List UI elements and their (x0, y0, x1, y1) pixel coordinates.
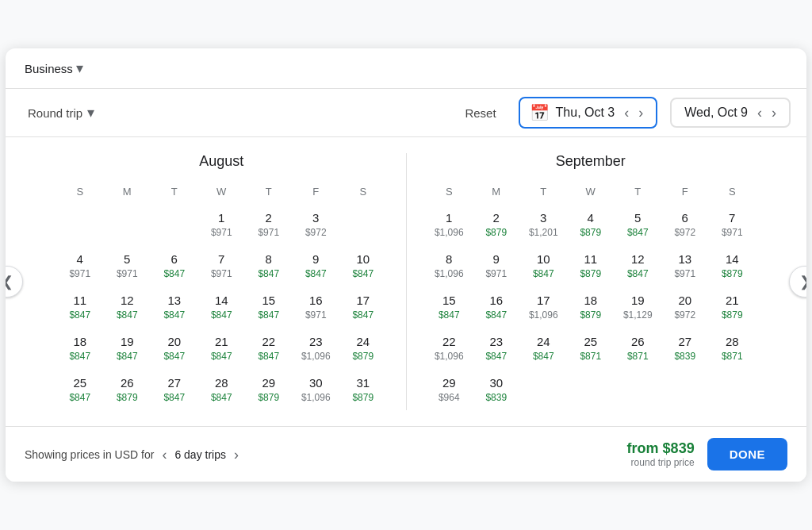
reset-label: Reset (465, 106, 496, 120)
sep-day-23[interactable]: 23$847 (473, 328, 520, 369)
calendar-prev-button[interactable]: ❮ (6, 266, 23, 298)
august-title: August (56, 153, 387, 170)
footer: Showing prices in USD for ‹ 6 day trips … (6, 426, 806, 482)
calendar-prev-icon: ❮ (6, 273, 13, 290)
aug-day-23[interactable]: 23$1,096 (293, 328, 340, 369)
aug-day-30[interactable]: 30$1,096 (293, 369, 340, 410)
trip-length-next-button[interactable]: › (231, 446, 242, 463)
august-calendar: August S M T W T F S 1$971 2$971 3$972 4… (37, 153, 406, 410)
sep-day-17[interactable]: 17$1,096 (520, 286, 568, 328)
sep-day-4[interactable]: 4$879 (567, 204, 615, 245)
aug-empty (56, 204, 104, 245)
aug-day-17[interactable]: 17$847 (339, 286, 387, 328)
sep-day-header-t1: T (520, 182, 568, 204)
sep-day-21[interactable]: 21$879 (709, 286, 756, 328)
sep-day-22[interactable]: 22$1,096 (426, 328, 473, 369)
aug-day-15[interactable]: 15$847 (245, 286, 293, 328)
aug-empty (104, 204, 151, 245)
trip-length-button[interactable]: 6 day trips (174, 448, 226, 461)
sep-day-30[interactable]: 30$839 (473, 369, 520, 410)
aug-day-9[interactable]: 9$847 (293, 245, 340, 286)
sep-day-29[interactable]: 29$964 (426, 369, 473, 410)
sep-day-15[interactable]: 15$847 (426, 286, 473, 328)
sep-day-7[interactable]: 7$971 (709, 204, 756, 245)
sep-day-9[interactable]: 9$971 (473, 245, 520, 286)
aug-day-2[interactable]: 2$971 (245, 204, 293, 245)
sep-day-16[interactable]: 16$847 (473, 286, 520, 328)
date-to-selector[interactable]: Wed, Oct 9 ‹ › (670, 98, 791, 128)
sep-day-28[interactable]: 28$871 (709, 328, 756, 369)
showing-prices-label: Showing prices in USD for (25, 448, 154, 461)
business-class-button[interactable]: Business ▾ (18, 55, 90, 82)
sep-day-11[interactable]: 11$879 (567, 245, 615, 286)
sep-day-3[interactable]: 3$1,201 (520, 204, 568, 245)
round-trip-label: Round trip (28, 106, 82, 120)
done-label: DONE (730, 447, 765, 461)
calendar-next-button[interactable]: ❯ (789, 266, 806, 298)
round-trip-button[interactable]: Round trip ▾ (21, 99, 101, 126)
day-header-m1: M (104, 182, 151, 204)
date-from-selector[interactable]: 📅 Thu, Oct 3 ‹ › (519, 97, 658, 129)
aug-day-27[interactable]: 27$847 (151, 369, 198, 410)
aug-day-13[interactable]: 13$847 (151, 286, 198, 328)
reset-button[interactable]: Reset (455, 102, 505, 125)
sep-day-14[interactable]: 14$879 (709, 245, 756, 286)
aug-day-3[interactable]: 3$972 (293, 204, 340, 245)
aug-day-5[interactable]: 5$971 (104, 245, 151, 286)
sep-day-header-m1: M (473, 182, 520, 204)
sep-empty (709, 369, 756, 410)
aug-day-31[interactable]: 31$879 (339, 369, 387, 410)
aug-day-26[interactable]: 26$879 (104, 369, 151, 410)
sep-day-2[interactable]: 2$879 (473, 204, 520, 245)
aug-day-12[interactable]: 12$847 (104, 286, 151, 328)
aug-day-6[interactable]: 6$847 (151, 245, 198, 286)
aug-day-1[interactable]: 1$971 (198, 204, 246, 245)
sep-day-26[interactable]: 26$871 (615, 328, 662, 369)
round-trip-price-label: round trip price (627, 457, 695, 468)
day-header-t1: T (151, 182, 198, 204)
date-to-prev-button[interactable]: ‹ (754, 104, 765, 121)
aug-day-8[interactable]: 8$847 (245, 245, 293, 286)
day-header-w1: W (198, 182, 246, 204)
aug-day-14[interactable]: 14$847 (198, 286, 246, 328)
trip-length-prev-button[interactable]: ‹ (159, 446, 170, 463)
aug-day-7[interactable]: 7$971 (198, 245, 246, 286)
sep-day-8[interactable]: 8$1,096 (426, 245, 473, 286)
day-header-t2: T (245, 182, 293, 204)
aug-day-16[interactable]: 16$971 (293, 286, 340, 328)
sep-day-5[interactable]: 5$847 (615, 204, 662, 245)
calendar-icon: 📅 (530, 103, 550, 122)
sep-day-20[interactable]: 20$972 (661, 286, 709, 328)
aug-day-21[interactable]: 21$847 (198, 328, 246, 369)
sep-day-18[interactable]: 18$879 (567, 286, 615, 328)
sep-day-12[interactable]: 12$847 (615, 245, 662, 286)
done-button[interactable]: DONE (707, 438, 787, 470)
sep-day-27[interactable]: 27$839 (661, 328, 709, 369)
day-header-f1: F (293, 182, 340, 204)
date-to-label: Wed, Oct 9 (684, 106, 748, 120)
sep-day-1[interactable]: 1$1,096 (426, 204, 473, 245)
date-from-next-button[interactable]: › (635, 104, 646, 121)
sep-day-13[interactable]: 13$971 (661, 245, 709, 286)
sep-day-19[interactable]: 19$1,129 (615, 286, 662, 328)
aug-day-4[interactable]: 4$971 (56, 245, 104, 286)
from-price: from $839 (627, 440, 695, 457)
aug-day-20[interactable]: 20$847 (151, 328, 198, 369)
aug-day-10[interactable]: 10$847 (339, 245, 387, 286)
aug-day-28[interactable]: 28$847 (198, 369, 246, 410)
sep-day-6[interactable]: 6$972 (661, 204, 709, 245)
aug-day-19[interactable]: 19$847 (104, 328, 151, 369)
sep-day-10[interactable]: 10$847 (520, 245, 568, 286)
aug-day-22[interactable]: 22$847 (245, 328, 293, 369)
day-header-s2: S (339, 182, 387, 204)
september-title: September (426, 153, 756, 170)
aug-day-24[interactable]: 24$879 (339, 328, 387, 369)
aug-day-18[interactable]: 18$847 (56, 328, 104, 369)
aug-day-11[interactable]: 11$847 (56, 286, 104, 328)
date-from-prev-button[interactable]: ‹ (621, 104, 632, 121)
date-to-next-button[interactable]: › (768, 104, 779, 121)
aug-day-25[interactable]: 25$847 (56, 369, 104, 410)
sep-day-24[interactable]: 24$847 (520, 328, 568, 369)
aug-day-29[interactable]: 29$879 (245, 369, 293, 410)
sep-day-25[interactable]: 25$871 (567, 328, 615, 369)
